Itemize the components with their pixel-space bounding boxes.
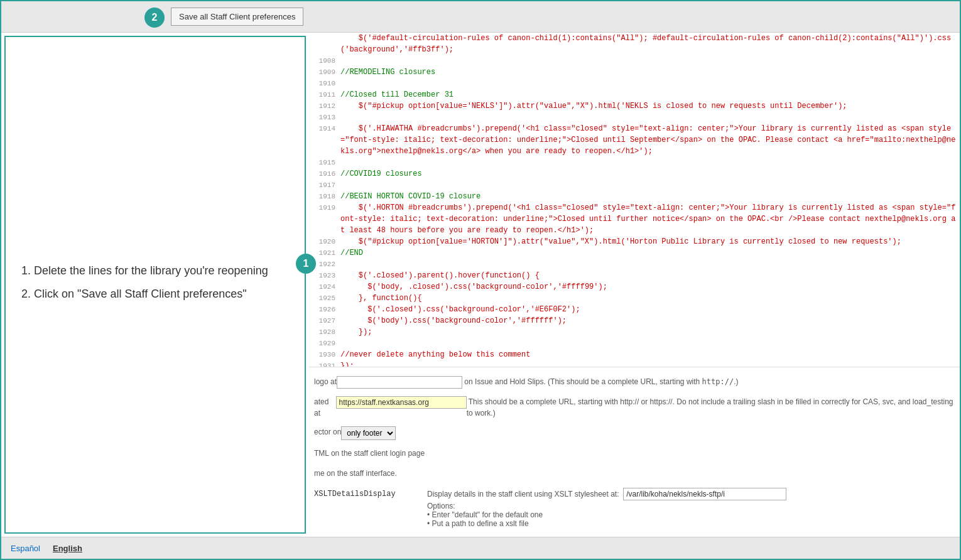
step-2-text: 2. Click on "Save all Staff Client prefe… [21,285,289,303]
line-number: 1908 [309,55,340,67]
line-number: 1930 [309,349,340,360]
code-line: 1918 //BEGIN HORTON COVID-19 closure [309,191,960,202]
code-line: 1913 [309,112,960,123]
code-text: $('.closed').css('background-color','#E6… [340,304,960,315]
code-text: }); [340,360,960,367]
code-text: $('.closed').parent().hover(function() { [340,270,960,281]
top-bar: 2 Save all Staff Client preferences [1,1,960,33]
xslt-options-label: Options: [427,502,786,510]
xslt-input[interactable] [623,488,786,500]
line-number: 1929 [309,338,340,349]
code-text [340,78,960,89]
line-number: 1928 [309,326,340,338]
login-html-row: TML on the staff client login page [309,444,960,464]
line-number: 1920 [309,236,340,247]
lang-spanish[interactable]: Español [11,544,40,553]
logo-suffix: on Issue and Hold Slips. (This should be… [462,376,738,387]
footer-prefix: ector on [314,426,341,438]
xslt-description: Display details in the staff client usin… [427,488,786,500]
code-text: $('body').css('background-color','#fffff… [340,315,960,326]
code-line: 1914 $('.HIAWATHA #breadcrumbs').prepend… [309,123,960,157]
code-line: 1916 //COVID19 closures [309,168,960,180]
code-text [340,157,960,168]
code-line: 1927 $('body').css('background-color','#… [309,315,960,326]
line-number: 1926 [309,304,340,315]
code-text [340,112,960,123]
line-number: 1919 [309,202,340,236]
login-html-text: TML on the staff client login page [314,448,425,459]
staff-iface-row: me on the staff interface. [309,464,960,484]
code-line: 1912 $("#pickup option[value='NEKLS']").… [309,100,960,112]
badge-2: 2 [144,8,165,28]
xslt-label: XSLTDetailsDisplay [314,488,427,498]
code-line: 1919 $('.HORTON #breadcrumbs').prepend('… [309,202,960,236]
code-text: }); [340,326,960,338]
code-line: 1908 [309,55,960,67]
code-text: $('body, .closed').css('background-color… [340,281,960,293]
xslt-option-1: • Enter "default" for the default one [427,510,786,519]
logo-url-row: logo at on Issue and Hold Slips. (This s… [309,372,960,392]
code-line: 1920 $("#pickup option[value='HORTON']")… [309,236,960,247]
code-line: 1917 [309,180,960,191]
line-number: 1914 [309,123,340,157]
code-text: }, function(){ [340,293,960,304]
code-text [340,338,960,349]
line-number: 1931 [309,360,340,367]
code-line: 1931 }); [309,360,960,367]
lang-english[interactable]: English [53,544,82,553]
step-1-text: 1. Delete the lines for the library you'… [21,262,289,280]
line-number: 1911 [309,89,340,100]
code-text: $('.HORTON #breadcrumbs').prepend('<h1 c… [340,202,960,236]
code-text: //never delete anything below this comme… [340,349,960,360]
code-text: $('#default-circulation-rules of canon-c… [340,33,960,55]
save-preferences-button[interactable]: Save all Staff Client preferences [171,8,303,26]
code-text: //Closed till December 31 [340,89,960,100]
tooltip-panel: 1. Delete the lines for the library you'… [4,36,306,534]
staff-iface-text: me on the staff interface. [314,468,397,479]
line-number: 1916 [309,168,340,180]
xslt-option-2: • Put a path to define a xslt file [427,519,786,528]
code-line: 1925 }, function(){ [309,293,960,304]
staff-url-row: ated at This should be a complete URL, s… [309,392,960,423]
logo-url-input[interactable] [337,376,462,389]
code-text: $('.HIAWATHA #breadcrumbs').prepend('<h1… [340,123,960,157]
logo-prefix: logo at [314,376,337,387]
code-text: //END [340,247,960,259]
xslt-content: Display details in the staff client usin… [427,488,786,528]
line-number: 1912 [309,100,340,112]
footer-select-row: ector on only footer all pages no pages [309,423,960,444]
code-text: //BEGIN HORTON COVID-19 closure [340,191,960,202]
staff-url-input[interactable] [336,396,467,409]
form-area: logo at on Issue and Hold Slips. (This s… [309,367,960,537]
code-editor[interactable]: $('#default-circulation-rules of canon-c… [309,33,960,367]
code-text: $("#pickup option[value='HORTON']").attr… [340,236,960,247]
xslt-row: XSLTDetailsDisplay Display details in th… [309,484,960,532]
content-area: 1. Delete the lines for the library you'… [1,33,960,537]
staff-url-prefix: ated at [314,396,336,419]
staff-url-suffix: This should be a complete URL, starting … [467,396,955,419]
code-line: 1915 [309,157,960,168]
line-number: 1915 [309,157,340,168]
line-number: 1917 [309,180,340,191]
code-text [340,259,960,270]
line-number: 1918 [309,191,340,202]
code-line: $('#default-circulation-rules of canon-c… [309,33,960,55]
code-text [340,55,960,67]
code-line: 1922 [309,259,960,270]
xslt-options: Options: • Enter "default" for the defau… [427,500,786,528]
code-line: 1929 [309,338,960,349]
footer: Español English [1,537,960,559]
line-number: 1925 [309,293,340,304]
line-number: 1910 [309,78,340,89]
code-line: 1930 //never delete anything below this … [309,349,960,360]
code-line: 1909 //REMODELING closures [309,67,960,78]
line-number: 1923 [309,270,340,281]
code-line: 1911 //Closed till December 31 [309,89,960,100]
badge-1: 1 [296,254,316,274]
line-number [309,33,340,55]
code-text [340,180,960,191]
line-number: 1913 [309,112,340,123]
footer-selector[interactable]: only footer all pages no pages [341,426,396,440]
code-text: //COVID19 closures [340,168,960,180]
code-line: 1928 }); [309,326,960,338]
